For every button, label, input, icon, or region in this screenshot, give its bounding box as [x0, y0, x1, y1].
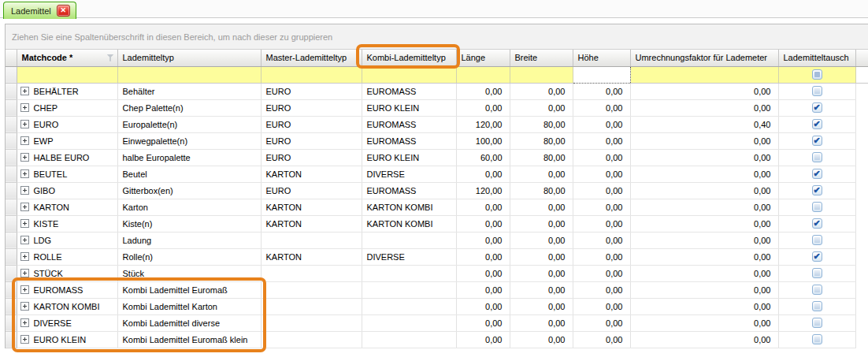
cell-hoehe[interactable]: 0,00 [573, 83, 630, 99]
cell-hoehe[interactable]: 0,00 [573, 199, 630, 215]
cell-breite[interactable]: 80,00 [510, 116, 573, 132]
column-header-kombi[interactable]: Kombi-Lademitteltyp [362, 50, 456, 66]
cell-hoehe[interactable]: 0,00 [573, 116, 630, 132]
cell-lademitteltyp[interactable]: Stück [117, 265, 261, 281]
filter-funnel-icon[interactable] [107, 54, 114, 61]
cell-faktor[interactable]: 0,00 [630, 99, 778, 116]
cell-lademitteltyp[interactable]: Rolle(n) [117, 248, 261, 265]
row-indicator[interactable] [6, 83, 17, 99]
group-by-area[interactable]: Ziehen Sie eine Spaltenüberschrift in di… [6, 24, 868, 50]
cell-laenge[interactable]: 0,00 [456, 232, 510, 248]
cell-lademitteltyp[interactable]: Kombi Lademittel diverse [117, 314, 261, 331]
row-indicator[interactable] [6, 331, 17, 348]
cell-breite[interactable]: 0,00 [510, 199, 573, 215]
cell-matchcode[interactable]: STÜCK [17, 265, 117, 281]
expand-plus-icon[interactable] [20, 120, 29, 128]
cell-kombi[interactable] [362, 265, 456, 281]
checkbox-checked[interactable] [812, 119, 822, 129]
cell-kombi[interactable] [362, 298, 456, 314]
expand-plus-icon[interactable] [20, 169, 29, 178]
cell-faktor[interactable]: 0,00 [630, 132, 778, 149]
row-indicator[interactable] [6, 232, 17, 248]
cell-laenge[interactable]: 120,00 [456, 182, 510, 199]
filter-cell-master[interactable] [261, 66, 362, 83]
cell-laenge[interactable]: 0,00 [456, 248, 510, 265]
checkbox-checked[interactable] [812, 136, 822, 146]
cell-matchcode[interactable]: KARTON KOMBI [17, 298, 117, 314]
cell-tausch[interactable] [778, 298, 855, 314]
checkbox-checked[interactable] [812, 169, 822, 179]
row-indicator[interactable] [6, 314, 17, 331]
cell-hoehe[interactable]: 0,00 [573, 265, 630, 281]
cell-kombi[interactable]: EURO KLEIN [362, 149, 456, 166]
cell-breite[interactable]: 80,00 [510, 132, 573, 149]
cell-lademitteltyp[interactable]: Kombi Lademittel Euromaß [117, 281, 261, 298]
expand-plus-icon[interactable] [20, 335, 29, 344]
row-indicator[interactable] [6, 281, 17, 298]
expand-plus-icon[interactable] [20, 302, 29, 311]
cell-tausch[interactable] [778, 149, 855, 166]
cell-faktor[interactable]: 0,00 [630, 232, 778, 248]
cell-tausch[interactable] [778, 314, 855, 331]
cell-lademitteltyp[interactable]: Kombi Lademittel Euromaß klein [117, 331, 261, 348]
cell-faktor[interactable]: 0,40 [630, 116, 778, 132]
cell-tausch[interactable] [778, 166, 855, 182]
row-indicator[interactable] [6, 182, 17, 199]
cell-faktor[interactable]: 0,00 [630, 166, 778, 182]
filter-cell-breite[interactable] [510, 66, 573, 83]
cell-lademitteltyp[interactable]: Kiste(n) [117, 215, 261, 232]
cell-hoehe[interactable]: 0,00 [573, 99, 630, 116]
cell-master[interactable] [261, 232, 362, 248]
cell-hoehe[interactable]: 0,00 [573, 298, 630, 314]
cell-laenge[interactable]: 0,00 [456, 281, 510, 298]
cell-matchcode[interactable]: KARTON [17, 199, 117, 215]
cell-kombi[interactable]: EUROMASS [362, 83, 456, 99]
cell-hoehe[interactable]: 0,00 [573, 215, 630, 232]
cell-faktor[interactable]: 0,00 [630, 314, 778, 331]
cell-kombi[interactable] [362, 314, 456, 331]
cell-lademitteltyp[interactable]: Chep Palette(n) [117, 99, 261, 116]
row-indicator[interactable] [6, 116, 17, 132]
cell-laenge[interactable]: 60,00 [456, 149, 510, 166]
cell-kombi[interactable]: KARTON KOMBI [362, 199, 456, 215]
cell-tausch[interactable] [778, 182, 855, 199]
cell-lademitteltyp[interactable]: Karton [117, 199, 261, 215]
cell-matchcode[interactable]: EURO [17, 116, 117, 132]
cell-matchcode[interactable]: ROLLE [17, 248, 117, 265]
checkbox-unchecked[interactable] [812, 285, 822, 295]
cell-faktor[interactable]: 0,00 [630, 215, 778, 232]
cell-kombi[interactable]: DIVERSE [362, 166, 456, 182]
checkbox-unchecked[interactable] [812, 235, 822, 245]
checkbox-unchecked[interactable] [812, 152, 822, 162]
filter-cell-kombi[interactable] [362, 66, 456, 83]
cell-laenge[interactable]: 0,00 [456, 99, 510, 116]
expand-plus-icon[interactable] [20, 318, 29, 327]
cell-tausch[interactable] [778, 199, 855, 215]
expand-plus-icon[interactable] [20, 203, 29, 211]
cell-master[interactable]: EURO [261, 132, 362, 149]
cell-matchcode[interactable]: GIBO [17, 182, 117, 199]
header-indicator-cell[interactable] [6, 50, 17, 66]
cell-matchcode[interactable]: BEUTEL [17, 166, 117, 182]
filter-cell-lademitteltyp[interactable] [117, 66, 261, 83]
cell-lademitteltyp[interactable]: Kombi Lademittel Karton [117, 298, 261, 314]
checkbox-unchecked[interactable] [812, 301, 822, 311]
checkbox-checked[interactable] [812, 251, 822, 262]
checkbox-unchecked[interactable] [812, 202, 822, 212]
cell-tausch[interactable] [778, 248, 855, 265]
cell-breite[interactable]: 80,00 [510, 182, 573, 199]
filter-cell-faktor[interactable] [630, 66, 778, 83]
row-indicator[interactable] [6, 99, 17, 116]
cell-breite[interactable]: 0,00 [510, 166, 573, 182]
cell-hoehe[interactable]: 0,00 [573, 166, 630, 182]
cell-breite[interactable]: 0,00 [510, 265, 573, 281]
cell-breite[interactable]: 0,00 [510, 215, 573, 232]
cell-kombi[interactable]: DIVERSE [362, 248, 456, 265]
cell-hoehe[interactable]: 0,00 [573, 182, 630, 199]
column-header-tausch[interactable]: Lademitteltausch [778, 50, 855, 66]
cell-matchcode[interactable]: DIVERSE [17, 314, 117, 331]
row-indicator[interactable] [6, 265, 17, 281]
cell-kombi[interactable] [362, 232, 456, 248]
cell-master[interactable]: KARTON [261, 215, 362, 232]
filter-cell-tausch[interactable] [778, 66, 855, 83]
